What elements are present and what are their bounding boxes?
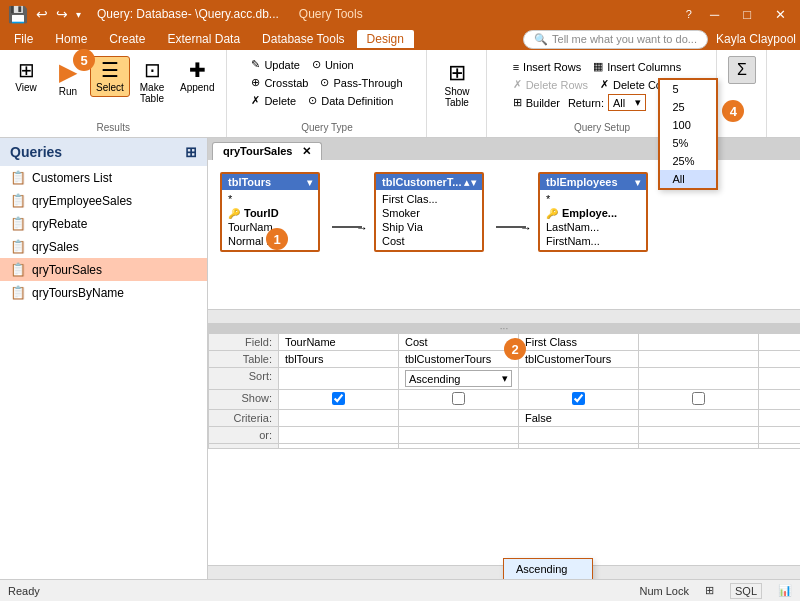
grid-cell-table-1[interactable]: tblCustomerTours <box>399 351 519 368</box>
grid-cell-show-1[interactable] <box>399 390 519 410</box>
maximize-button[interactable]: □ <box>737 7 757 22</box>
builder-icon: ⊞ <box>513 96 522 109</box>
grid-cell-or-3[interactable] <box>639 427 759 444</box>
insert-columns-button[interactable]: ▦ Insert Columns <box>589 58 685 75</box>
update-button[interactable]: ✎ Update <box>247 56 303 73</box>
grid-cell-field-3[interactable] <box>639 334 759 351</box>
redo-icon[interactable]: ↪ <box>56 6 68 22</box>
return-option-all[interactable]: All <box>660 170 716 188</box>
grid-cell-show-3[interactable] <box>639 390 759 410</box>
grid-cell-empty-1-2[interactable] <box>519 444 639 449</box>
make-table-button[interactable]: ⊡ MakeTable <box>132 56 172 108</box>
menu-home[interactable]: Home <box>45 30 97 48</box>
grid-cell-criteria-3[interactable] <box>639 410 759 427</box>
pass-through-button[interactable]: ⊙ Pass-Through <box>316 74 406 91</box>
return-option-5pct[interactable]: 5% <box>660 134 716 152</box>
return-dropdown[interactable]: All ▾ <box>608 94 646 111</box>
menu-create[interactable]: Create <box>99 30 155 48</box>
grid-cell-table-0[interactable]: tblTours <box>279 351 399 368</box>
grid-cell-criteria-2[interactable]: False <box>519 410 639 427</box>
query-type-label: Query Type <box>301 120 353 133</box>
grid-cell-or-1[interactable] <box>399 427 519 444</box>
minimize-button[interactable]: ─ <box>704 7 725 22</box>
save-icon[interactable]: 💾 <box>8 5 28 24</box>
delete-button[interactable]: ✗ Delete <box>247 92 300 109</box>
grid-cell-or-0[interactable] <box>279 427 399 444</box>
num-lock-label: Num Lock <box>639 585 689 597</box>
sidebar-item-tours-by-name[interactable]: 📋 qryToursByName <box>0 281 207 304</box>
undo-icon[interactable]: ↩ <box>36 6 48 22</box>
show-checkbox-2[interactable] <box>572 392 585 405</box>
return-option-5[interactable]: 5 <box>660 80 716 98</box>
grid-cell-empty-1-3[interactable] <box>639 444 759 449</box>
builder-button[interactable]: ⊞ Builder <box>509 94 564 111</box>
sidebar-item-employee-sales[interactable]: 📋 qryEmployeeSales <box>0 189 207 212</box>
return-option-25pct[interactable]: 25% <box>660 152 716 170</box>
append-button[interactable]: ✚ Append <box>174 56 220 97</box>
menu-database-tools[interactable]: Database Tools <box>252 30 355 48</box>
delete-rows-button[interactable]: ✗ Delete Rows <box>509 76 592 93</box>
tell-me-input[interactable]: 🔍 Tell me what you want to do... <box>523 30 708 49</box>
view-grid-icon[interactable]: ⊞ <box>705 584 714 597</box>
chart-icon[interactable]: 📊 <box>778 584 792 597</box>
crosstab-button[interactable]: ⊕ Crosstab <box>247 74 312 91</box>
menu-file[interactable]: File <box>4 30 43 48</box>
grid-scroll[interactable]: Field: TourName Cost 2 First Class <box>208 333 800 565</box>
grid-cell-sort-1[interactable]: Ascending ▾ <box>399 368 519 390</box>
close-button[interactable]: ✕ <box>769 7 792 22</box>
grid-cell-empty-1-1[interactable] <box>399 444 519 449</box>
grid-cell-empty-1-0[interactable] <box>279 444 399 449</box>
grid-cell-show-0[interactable] <box>279 390 399 410</box>
grid-cell-show-4[interactable] <box>759 390 801 410</box>
grid-cell-sort-3[interactable] <box>639 368 759 390</box>
grid-cell-sort-4[interactable] <box>759 368 801 390</box>
sigma-button[interactable]: Σ <box>728 56 756 84</box>
grid-cell-field-2[interactable]: First Class <box>519 334 639 351</box>
run-button[interactable]: ▶ Run 5 <box>48 56 88 101</box>
grid-cell-criteria-4[interactable] <box>759 410 801 427</box>
grid-cell-table-4[interactable] <box>759 351 801 368</box>
grid-cell-show-2[interactable] <box>519 390 639 410</box>
sort-dropdown-trigger[interactable]: Ascending ▾ <box>405 370 512 387</box>
insert-rows-button[interactable]: ≡ Insert Rows <box>509 59 586 75</box>
grid-cell-sort-0[interactable] <box>279 368 399 390</box>
show-checkbox-1[interactable] <box>452 392 465 405</box>
show-checkbox-3[interactable] <box>692 392 705 405</box>
grid-cell-criteria-0[interactable] <box>279 410 399 427</box>
return-option-25[interactable]: 25 <box>660 98 716 116</box>
grid-cell-field-1[interactable]: Cost 2 <box>399 334 519 351</box>
sort-ascending[interactable]: Ascending <box>504 559 592 579</box>
grid-cell-empty-1-4[interactable] <box>759 444 801 449</box>
help-button[interactable]: ? <box>686 8 692 20</box>
return-option-100[interactable]: 100 <box>660 116 716 134</box>
tab-close-icon[interactable]: ✕ <box>302 145 311 157</box>
view-button[interactable]: ⊞ View <box>6 56 46 97</box>
grid-cell-or-4[interactable] <box>759 427 801 444</box>
show-table-button[interactable]: ⊞ ShowTable <box>437 58 477 112</box>
sidebar-options-icon[interactable]: ⊞ <box>185 144 197 160</box>
diagram-hscroll[interactable] <box>208 309 800 323</box>
menu-external-data[interactable]: External Data <box>157 30 250 48</box>
make-table-icon: ⊡ <box>144 60 161 80</box>
show-checkbox-0[interactable] <box>332 392 345 405</box>
tab-qry-tour-sales[interactable]: qryTourSales ✕ <box>212 142 322 160</box>
sidebar-item-rebate[interactable]: 📋 qryRebate <box>0 212 207 235</box>
sidebar-item-tour-sales[interactable]: 📋 qryTourSales <box>0 258 207 281</box>
tell-me-placeholder: Tell me what you want to do... <box>552 33 697 45</box>
grid-cell-table-3[interactable] <box>639 351 759 368</box>
sidebar-item-customers-list[interactable]: 📋 Customers List <box>0 166 207 189</box>
grid-cell-criteria-1[interactable] <box>399 410 519 427</box>
del-cols-icon: ✗ <box>600 78 609 91</box>
menu-design[interactable]: Design <box>357 30 414 48</box>
sidebar-item-sales[interactable]: 📋 qrySales <box>0 235 207 258</box>
grid-cell-table-2[interactable]: tblCustomerTours <box>519 351 639 368</box>
quick-access-dropdown[interactable]: ▾ <box>76 9 81 20</box>
select-button[interactable]: ☰ Select <box>90 56 130 97</box>
sql-button[interactable]: SQL <box>730 583 762 599</box>
grid-cell-field-4[interactable] <box>759 334 801 351</box>
grid-cell-field-0[interactable]: TourName <box>279 334 399 351</box>
grid-cell-sort-2[interactable] <box>519 368 639 390</box>
grid-cell-or-2[interactable] <box>519 427 639 444</box>
data-def-button[interactable]: ⊙ Data Definition <box>304 92 397 109</box>
union-button[interactable]: ⊙ Union <box>308 56 358 73</box>
